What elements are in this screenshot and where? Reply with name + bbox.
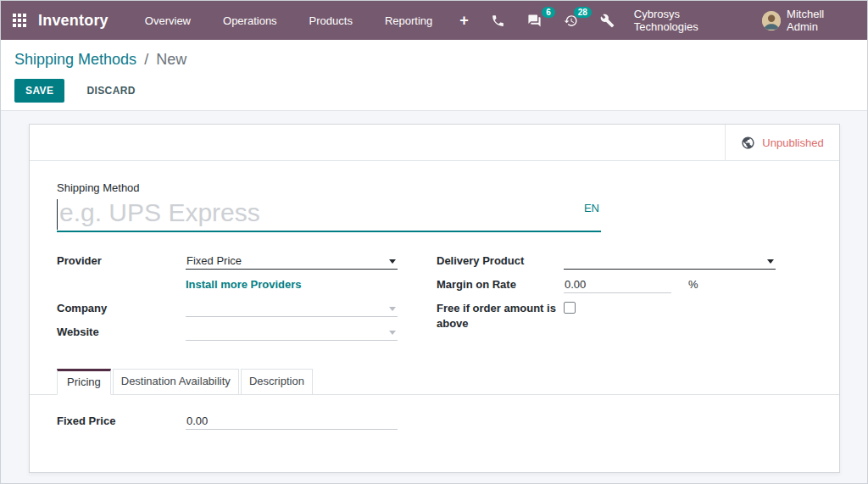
- fixed-price-row: Fixed Price: [57, 413, 812, 431]
- menu-overview[interactable]: Overview: [129, 1, 207, 40]
- user-name: Mitchell Admin: [787, 8, 855, 33]
- wrench-icon[interactable]: [589, 1, 626, 40]
- right-field-column: Delivery Product Margin on Rate %: [437, 253, 814, 348]
- menu-reporting[interactable]: Reporting: [369, 1, 448, 40]
- menu-operations[interactable]: Operations: [207, 1, 293, 40]
- pricing-tab-content: Fixed Price: [30, 395, 839, 431]
- company-select[interactable]: [186, 300, 398, 317]
- breadcrumb-separator: /: [144, 51, 148, 68]
- company-label: Company: [57, 300, 186, 316]
- margin-on-rate-row: Margin on Rate %: [437, 276, 814, 294]
- margin-on-rate-field: [564, 276, 671, 293]
- delivery-product-row: Delivery Product: [437, 253, 814, 270]
- tab-pricing[interactable]: Pricing: [57, 369, 111, 395]
- provider-label: Provider: [57, 253, 186, 269]
- apps-menu-icon[interactable]: [13, 14, 26, 27]
- breadcrumb-shipping-methods[interactable]: Shipping Methods: [14, 51, 136, 68]
- activities-clock-icon[interactable]: 28: [553, 1, 589, 40]
- fixed-price-input[interactable]: [186, 413, 398, 427]
- percent-suffix: %: [688, 276, 698, 291]
- content-area: Unpublished Shipping Method EN Provider: [1, 111, 867, 484]
- tab-destination-availability[interactable]: Destination Availability: [113, 369, 239, 395]
- notebook-tabs: Pricing Destination Availability Descrip…: [30, 369, 839, 395]
- text-cursor: [57, 199, 58, 230]
- margin-on-rate-input[interactable]: [564, 276, 671, 291]
- website-select[interactable]: [186, 324, 398, 341]
- language-tag[interactable]: EN: [584, 202, 599, 214]
- phone-icon[interactable]: [480, 1, 516, 40]
- chevron-down-icon: [389, 331, 396, 335]
- provider-select[interactable]: Fixed Price: [186, 253, 398, 270]
- button-box: Unpublished: [30, 125, 839, 161]
- chevron-down-icon: [389, 307, 396, 311]
- breadcrumb-current: New: [156, 51, 186, 68]
- free-over-row: Free if order amount is above: [437, 300, 814, 331]
- control-panel: Shipping Methods / New SAVE DISCARD: [1, 40, 867, 111]
- free-over-checkbox[interactable]: [564, 302, 576, 314]
- menu-products[interactable]: Products: [293, 1, 369, 40]
- globe-icon: [741, 136, 755, 150]
- top-navbar: Inventory Overview Operations Products R…: [1, 1, 867, 40]
- provider-row: Provider Fixed Price: [57, 253, 398, 270]
- unpublished-label: Unpublished: [762, 136, 823, 149]
- shipping-method-input[interactable]: [57, 197, 601, 231]
- save-button[interactable]: SAVE: [14, 79, 64, 103]
- company-row: Company: [57, 300, 398, 318]
- website-row: Website: [57, 324, 398, 342]
- delivery-product-select[interactable]: [564, 253, 776, 270]
- fixed-price-label: Fixed Price: [57, 413, 186, 429]
- delivery-product-label: Delivery Product: [437, 253, 564, 269]
- shipping-method-group: Shipping Method EN: [57, 181, 601, 232]
- website-label: Website: [57, 324, 186, 340]
- discard-button[interactable]: DISCARD: [78, 79, 143, 103]
- breadcrumb: Shipping Methods / New: [14, 51, 854, 69]
- app-name[interactable]: Inventory: [38, 12, 108, 30]
- user-avatar: [762, 11, 781, 31]
- chevron-down-icon: [767, 259, 774, 264]
- form-sheet: Unpublished Shipping Method EN Provider: [29, 124, 840, 473]
- install-more-providers-link[interactable]: Install more Providers: [186, 278, 302, 291]
- fixed-price-field: [186, 413, 398, 430]
- user-menu[interactable]: Mitchell Admin: [762, 8, 855, 33]
- free-over-label: Free if order amount is above: [437, 300, 564, 331]
- main-menu: Overview Operations Products Reporting: [129, 1, 448, 40]
- unpublished-button[interactable]: Unpublished: [725, 125, 839, 160]
- company-switcher[interactable]: Cybrosys Technologies: [634, 8, 743, 33]
- messages-icon[interactable]: 6: [516, 1, 553, 40]
- left-field-column: Provider Fixed Price Install more Provid…: [57, 253, 398, 348]
- plus-icon[interactable]: +: [448, 1, 480, 40]
- margin-on-rate-label: Margin on Rate: [437, 276, 564, 292]
- chevron-down-icon: [389, 259, 396, 264]
- tab-description[interactable]: Description: [241, 369, 313, 395]
- shipping-method-label: Shipping Method: [57, 181, 601, 194]
